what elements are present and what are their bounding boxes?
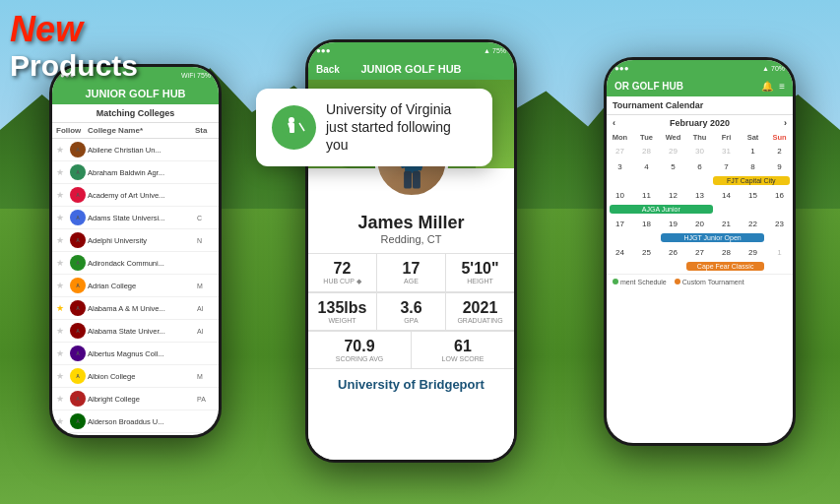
- stat-cell: 135lbsWEIGHT: [308, 293, 377, 330]
- cal-cell[interactable]: 28: [633, 144, 660, 159]
- cal-cell[interactable]: 21: [713, 217, 740, 232]
- college-star-icon[interactable]: ★: [56, 348, 68, 358]
- college-name-text: Adrian College: [88, 282, 195, 290]
- cal-cell[interactable]: 29: [660, 144, 686, 159]
- college-star-icon[interactable]: ★: [56, 258, 68, 268]
- prev-month-icon[interactable]: ‹: [613, 118, 615, 128]
- college-interest: University of Bridgeport: [308, 369, 514, 400]
- cal-cell[interactable]: 15: [740, 188, 766, 204]
- cal-cell[interactable]: 26: [660, 245, 686, 261]
- college-row[interactable]: ★AAlabama A & M Unive...Al: [52, 297, 219, 320]
- cal-cell[interactable]: 17: [607, 217, 633, 232]
- college-star-icon[interactable]: ★: [56, 326, 68, 336]
- college-name-text: Alabama A & M Unive...: [88, 304, 195, 313]
- college-star-icon[interactable]: ★: [56, 303, 68, 313]
- college-row[interactable]: ★AAdrian CollegeM: [52, 275, 219, 297]
- stat-label: LOW SCORE: [414, 355, 512, 362]
- cal-cell[interactable]: 29: [740, 245, 766, 261]
- cal-cell[interactable]: 18: [633, 217, 660, 232]
- college-row[interactable]: ★AAlderson Broaddus U...: [52, 410, 219, 433]
- college-row[interactable]: ★AAdams State Universi...C: [52, 207, 219, 229]
- college-row[interactable]: ★AAcademy of Art Unive...: [52, 184, 219, 207]
- cal-cell[interactable]: 13: [686, 188, 713, 204]
- cal-cell[interactable]: 3: [607, 159, 633, 175]
- schedule-footer: ment Schedule Custom Tournament: [607, 274, 793, 289]
- cal-cell[interactable]: 14: [713, 188, 740, 204]
- profile-name: James Miller: [308, 208, 514, 233]
- college-star-icon[interactable]: ★: [56, 235, 68, 245]
- follow-header: Follow: [56, 126, 86, 135]
- college-row[interactable]: ★AAdirondack Communi...: [52, 252, 219, 275]
- college-star-icon[interactable]: ★: [56, 371, 68, 381]
- center-app-title: JUNIOR GOLF HUB: [360, 63, 461, 75]
- cal-cell[interactable]: 9: [766, 159, 793, 175]
- college-star-icon[interactable]: ★: [56, 394, 68, 404]
- notification-text: University of Virginia just started foll…: [326, 100, 477, 155]
- college-row[interactable]: ★AAlbertus Magnus Coll...: [52, 343, 219, 365]
- cal-cell[interactable]: 6: [686, 159, 713, 175]
- stat-label: GRADUATING: [448, 317, 512, 324]
- college-row[interactable]: ★AAbilene Christian Un...: [52, 139, 219, 161]
- next-month-icon[interactable]: ›: [784, 118, 787, 128]
- cal-cell[interactable]: 11: [633, 188, 660, 204]
- cal-cell[interactable]: 8: [740, 159, 766, 175]
- profile-location: Redding, CT: [308, 233, 514, 245]
- cal-cell[interactable]: 20: [686, 217, 713, 232]
- cal-cell[interactable]: 2: [766, 144, 793, 159]
- cal-cell[interactable]: 7: [713, 159, 740, 175]
- college-name-text: Adams State Universi...: [88, 214, 195, 222]
- back-button[interactable]: Back: [316, 64, 340, 75]
- cal-cell[interactable]: 31: [713, 144, 740, 159]
- cal-cell[interactable]: 24: [607, 245, 633, 261]
- cal-cell[interactable]: 28: [713, 245, 740, 261]
- college-star-icon[interactable]: ★: [56, 167, 68, 177]
- stat-cell: 2021GRADUATING: [446, 293, 514, 330]
- stat-value: 70.9: [310, 338, 409, 355]
- cal-cell[interactable]: 27: [607, 144, 633, 159]
- menu-icon[interactable]: ≡: [779, 81, 785, 92]
- college-star-icon[interactable]: ★: [56, 281, 68, 290]
- college-star-icon[interactable]: ★: [56, 416, 68, 426]
- college-star-icon[interactable]: ★: [56, 145, 68, 155]
- cal-cell[interactable]: 19: [660, 217, 686, 232]
- college-logo: A: [70, 391, 86, 407]
- college-name-text: Alderson Broaddus U...: [88, 417, 195, 426]
- bell-icon[interactable]: 🔔: [761, 81, 773, 92]
- cal-event-row: FJT Capital City: [607, 175, 793, 188]
- cal-cell[interactable]: 4: [633, 159, 660, 175]
- cal-cell[interactable]: 10: [607, 188, 633, 204]
- cal-cell[interactable]: 16: [766, 188, 793, 204]
- cal-event: AJGA Junior: [610, 205, 713, 214]
- cal-cell[interactable]: 5: [660, 159, 686, 175]
- college-row[interactable]: ★AAlabama State Univer...Al: [52, 320, 219, 343]
- college-row[interactable]: ★AAlbion CollegeM: [52, 365, 219, 388]
- college-logo: A: [70, 278, 86, 293]
- cal-cell[interactable]: 30: [686, 144, 713, 159]
- college-logo: A: [70, 300, 86, 316]
- cal-cell[interactable]: 25: [633, 245, 660, 261]
- cal-cell[interactable]: 23: [766, 217, 793, 232]
- college-state-text: C: [197, 215, 215, 221]
- college-name-text: Albertus Magnus Coll...: [88, 349, 195, 358]
- college-row[interactable]: ★AAbraham Baldwin Agr...: [52, 161, 219, 184]
- stat-cell: 70.9SCORING AVG: [308, 332, 412, 368]
- college-logo: A: [70, 164, 86, 180]
- college-logo: A: [70, 187, 86, 203]
- notification-popup: University of Virginia just started foll…: [256, 89, 492, 166]
- college-row[interactable]: ★AAlbright CollegePA: [52, 388, 219, 410]
- college-star-icon[interactable]: ★: [56, 213, 68, 222]
- stat-cell: 17AGE: [377, 254, 446, 291]
- cal-cell[interactable]: 22: [740, 217, 766, 232]
- college-name-text: Abraham Baldwin Agr...: [88, 168, 195, 177]
- cal-cell[interactable]: 12: [660, 188, 686, 204]
- cal-event-row: AJGA Junior: [607, 204, 793, 217]
- college-row[interactable]: ★AAdelphi UniversityN: [52, 229, 219, 252]
- cal-cell[interactable]: 27: [686, 245, 713, 261]
- college-star-icon[interactable]: ★: [56, 190, 68, 200]
- college-state-text: M: [197, 283, 215, 289]
- cal-event: Cape Fear Classic: [686, 262, 763, 271]
- notification-icon: [272, 105, 316, 150]
- stat-value: 3.6: [379, 299, 443, 317]
- cal-cell[interactable]: 1: [740, 144, 766, 159]
- cal-cell[interactable]: 1: [766, 245, 793, 261]
